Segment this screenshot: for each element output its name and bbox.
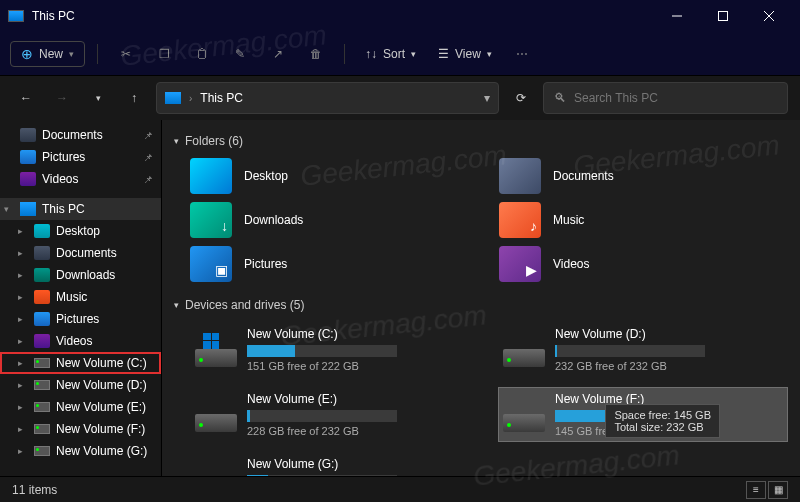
drives-header[interactable]: ▾ Devices and drives (5) bbox=[174, 298, 788, 312]
expand-icon[interactable]: ▸ bbox=[18, 314, 23, 324]
sidebar-item[interactable]: Documents 📌︎ bbox=[0, 124, 161, 146]
sidebar: Documents 📌︎ Pictures 📌︎ Videos 📌︎ ▾ Thi… bbox=[0, 120, 162, 476]
recent-dropdown[interactable]: ▾ bbox=[84, 84, 112, 112]
sidebar-item-label: Documents bbox=[56, 246, 117, 260]
expand-icon[interactable]: ▸ bbox=[18, 292, 23, 302]
sort-dropdown[interactable]: ↑↓ Sort ▾ bbox=[357, 43, 424, 65]
breadcrumb[interactable]: This PC bbox=[200, 91, 476, 105]
drive-free-text: 232 GB free of 232 GB bbox=[555, 360, 783, 372]
copy-icon[interactable]: ❐ bbox=[154, 44, 174, 64]
view-dropdown[interactable]: ☰ View ▾ bbox=[430, 43, 500, 65]
sidebar-item[interactable]: ▸ Music bbox=[0, 286, 161, 308]
search-box[interactable]: 🔍︎ bbox=[543, 82, 788, 114]
folder-icon bbox=[34, 334, 50, 348]
expand-icon[interactable]: ▸ bbox=[18, 402, 23, 412]
thumbnails-view-button[interactable]: ▦ bbox=[768, 481, 788, 499]
chevron-down-icon[interactable]: ▾ bbox=[484, 91, 490, 105]
folder-label: Videos bbox=[553, 257, 589, 271]
expand-icon[interactable]: ▸ bbox=[18, 358, 23, 368]
expand-icon[interactable]: ▸ bbox=[18, 336, 23, 346]
sidebar-item[interactable]: ▸ New Volume (E:) bbox=[0, 396, 161, 418]
folder-icon bbox=[34, 224, 50, 238]
folder-icon bbox=[34, 246, 50, 260]
sidebar-item-label: New Volume (C:) bbox=[56, 356, 147, 370]
window-title: This PC bbox=[32, 9, 654, 23]
pin-icon: 📌︎ bbox=[143, 130, 153, 141]
share-icon[interactable]: ↗ bbox=[268, 44, 288, 64]
drive-free-text: 151 GB free of 222 GB bbox=[247, 360, 475, 372]
view-icon: ☰ bbox=[438, 47, 449, 61]
svg-rect-1 bbox=[719, 12, 728, 21]
minimize-button[interactable] bbox=[654, 0, 700, 32]
title-bar: This PC bbox=[0, 0, 800, 32]
expand-icon[interactable]: ▸ bbox=[18, 248, 23, 258]
folder-item[interactable]: ▣ Pictures bbox=[190, 246, 479, 282]
folder-icon bbox=[34, 312, 50, 326]
sidebar-item-label: This PC bbox=[42, 202, 85, 216]
folder-item[interactable]: Desktop bbox=[190, 158, 479, 194]
new-button[interactable]: ⊕ New ▾ bbox=[10, 41, 85, 67]
sidebar-item-label: Downloads bbox=[56, 268, 115, 282]
sidebar-item-label: Pictures bbox=[56, 312, 99, 326]
drives-header-label: Devices and drives (5) bbox=[185, 298, 304, 312]
sidebar-item[interactable]: ▸ Desktop bbox=[0, 220, 161, 242]
sidebar-item[interactable]: ▸ New Volume (F:) bbox=[0, 418, 161, 440]
sidebar-item[interactable]: Pictures 📌︎ bbox=[0, 146, 161, 168]
sidebar-item[interactable]: ▸ Pictures bbox=[0, 308, 161, 330]
folder-icon bbox=[20, 150, 36, 164]
drive-name: New Volume (G:) bbox=[247, 457, 475, 471]
drive-item[interactable]: New Volume (E:) 228 GB free of 232 GB bbox=[190, 387, 480, 442]
maximize-button[interactable] bbox=[700, 0, 746, 32]
chevron-down-icon: ▾ bbox=[411, 49, 416, 59]
folder-item[interactable]: Documents bbox=[499, 158, 788, 194]
up-button[interactable]: ↑ bbox=[120, 84, 148, 112]
sidebar-item[interactable]: ▸ Videos bbox=[0, 330, 161, 352]
refresh-button[interactable]: ⟳ bbox=[507, 91, 535, 105]
expand-icon[interactable]: ▸ bbox=[18, 270, 23, 280]
folder-label: Desktop bbox=[244, 169, 288, 183]
folder-icon: ▶ bbox=[499, 246, 541, 282]
close-button[interactable] bbox=[746, 0, 792, 32]
address-bar[interactable]: › This PC ▾ bbox=[156, 82, 499, 114]
drive-item[interactable]: New Volume (D:) 232 GB free of 232 GB bbox=[498, 322, 788, 377]
drive-usage-bar bbox=[247, 410, 397, 422]
expand-icon[interactable]: ▾ bbox=[4, 204, 9, 214]
folder-item[interactable]: ♪ Music bbox=[499, 202, 788, 238]
drive-item[interactable]: New Volume (C:) 151 GB free of 222 GB bbox=[190, 322, 480, 377]
cut-icon[interactable]: ✂ bbox=[116, 44, 136, 64]
folder-item[interactable]: ▶ Videos bbox=[499, 246, 788, 282]
folder-icon: ▣ bbox=[190, 246, 232, 282]
rename-icon[interactable]: ✎ bbox=[230, 44, 250, 64]
new-label: New bbox=[39, 47, 63, 61]
back-button[interactable]: ← bbox=[12, 84, 40, 112]
expand-icon[interactable]: ▸ bbox=[18, 380, 23, 390]
details-view-button[interactable]: ≡ bbox=[746, 481, 766, 499]
sidebar-item[interactable]: ▸ New Volume (C:) bbox=[0, 352, 161, 374]
expand-icon[interactable]: ▸ bbox=[18, 446, 23, 456]
sidebar-item[interactable]: Videos 📌︎ bbox=[0, 168, 161, 190]
folders-header-label: Folders (6) bbox=[185, 134, 243, 148]
sidebar-item-label: Documents bbox=[42, 128, 103, 142]
sidebar-item[interactable]: ▸ New Volume (G:) bbox=[0, 440, 161, 462]
paste-icon[interactable]: 📋︎ bbox=[192, 44, 212, 64]
sort-icon: ↑↓ bbox=[365, 47, 377, 61]
sort-label: Sort bbox=[383, 47, 405, 61]
drive-usage-bar bbox=[247, 345, 397, 357]
folders-header[interactable]: ▾ Folders (6) bbox=[174, 134, 788, 148]
more-icon[interactable]: ⋯ bbox=[512, 44, 532, 64]
drive-item[interactable]: New Volume (G:) 199 GB free of 232 GB bbox=[190, 452, 480, 476]
forward-button[interactable]: → bbox=[48, 84, 76, 112]
drive-tooltip: Space free: 145 GB Total size: 232 GB bbox=[605, 404, 720, 438]
folder-item[interactable]: ↓ Downloads bbox=[190, 202, 479, 238]
expand-icon[interactable]: ▸ bbox=[18, 424, 23, 434]
sidebar-item-this-pc[interactable]: ▾ This PC bbox=[0, 198, 161, 220]
folder-label: Downloads bbox=[244, 213, 303, 227]
sidebar-item[interactable]: ▸ Downloads bbox=[0, 264, 161, 286]
sidebar-item[interactable]: ▸ New Volume (D:) bbox=[0, 374, 161, 396]
expand-icon[interactable]: ▸ bbox=[18, 226, 23, 236]
sidebar-item[interactable]: ▸ Documents bbox=[0, 242, 161, 264]
delete-icon[interactable]: 🗑︎ bbox=[306, 44, 326, 64]
chevron-down-icon: ▾ bbox=[174, 136, 179, 146]
drive-name: New Volume (D:) bbox=[555, 327, 783, 341]
search-input[interactable] bbox=[574, 91, 777, 105]
